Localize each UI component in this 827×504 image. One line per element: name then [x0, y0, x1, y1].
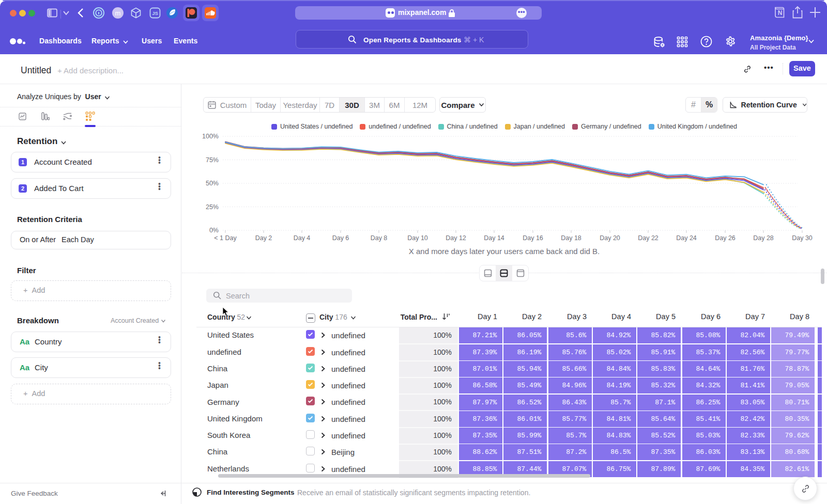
svg-text:JS: JS: [152, 10, 158, 16]
svg-text:25%: 25%: [206, 203, 219, 211]
svg-text:m: m: [115, 9, 121, 17]
svg-text:Day 24: Day 24: [676, 234, 697, 242]
svg-text:Day 14: Day 14: [484, 234, 504, 242]
svg-text:50%: 50%: [206, 180, 219, 187]
svg-text:Day 16: Day 16: [523, 234, 543, 242]
svg-text:0%: 0%: [209, 227, 219, 234]
svg-text:100%: 100%: [202, 133, 219, 140]
svg-text:Day 30: Day 30: [792, 234, 813, 242]
svg-text:Day 6: Day 6: [332, 234, 349, 242]
svg-text:Day 8: Day 8: [371, 234, 388, 242]
svg-text:Day 2: Day 2: [255, 234, 272, 242]
svg-text:Day 10: Day 10: [407, 234, 428, 242]
svg-text:Day 22: Day 22: [638, 234, 658, 242]
svg-text:Day 28: Day 28: [753, 234, 774, 242]
svg-text:Day 20: Day 20: [600, 234, 620, 242]
svg-text:< 1 Day: < 1 Day: [214, 234, 237, 242]
svg-text:75%: 75%: [206, 156, 219, 164]
svg-text:Day 12: Day 12: [446, 234, 466, 242]
svg-text:Day 4: Day 4: [294, 234, 311, 242]
svg-text:Day 26: Day 26: [715, 234, 736, 242]
svg-text:Day 18: Day 18: [561, 234, 581, 242]
svg-text:N: N: [778, 9, 783, 17]
